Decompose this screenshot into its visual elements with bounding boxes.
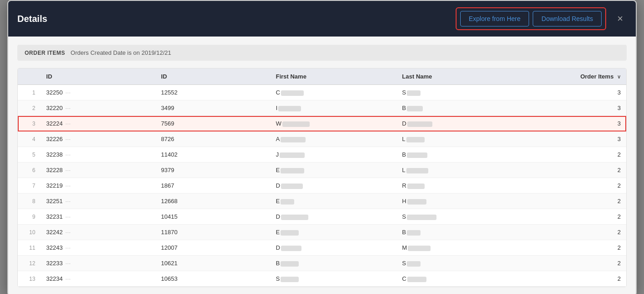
- cell-lastname: B: [397, 100, 523, 116]
- cell-firstname: D: [270, 240, 397, 256]
- sort-desc-icon: ∨: [617, 74, 621, 79]
- table-row[interactable]: 332224 ···7569WD3: [18, 116, 626, 131]
- cell-lastname: H: [397, 194, 523, 209]
- cell-orderitems: 2: [523, 240, 626, 256]
- close-button[interactable]: ×: [613, 11, 627, 26]
- cell-lastname: L: [397, 131, 523, 147]
- row-more-dots[interactable]: ···: [65, 121, 71, 126]
- cell-orderitems: 2: [523, 209, 626, 225]
- cell-firstname: J: [270, 147, 397, 163]
- cell-id2: 1867: [156, 178, 270, 194]
- cell-lastname: B: [397, 147, 523, 163]
- cell-lastname: M: [397, 240, 523, 256]
- table-row[interactable]: 832251 ···12668EH2: [18, 194, 626, 209]
- table-row[interactable]: 132250 ···12552CS3: [18, 85, 626, 100]
- cell-lastname: S: [397, 256, 523, 271]
- cell-id2: 11870: [156, 225, 270, 240]
- cell-lastname: C: [397, 271, 523, 287]
- row-more-dots[interactable]: ···: [65, 152, 71, 158]
- cell-id2: 12007: [156, 240, 270, 256]
- explore-from-here-button[interactable]: Explore from Here: [460, 11, 530, 26]
- table-row[interactable]: 1132243 ···12007DM2: [18, 240, 626, 256]
- modal-content: ORDER ITEMS Orders Created Date is on 20…: [8, 37, 636, 294]
- cell-orderitems: 2: [523, 163, 626, 178]
- cell-id2: 10653: [156, 271, 270, 287]
- row-more-dots[interactable]: ···: [65, 168, 71, 173]
- cell-rownum: 1: [18, 85, 41, 100]
- table-row[interactable]: 432226 ···8726AL3: [18, 131, 626, 147]
- data-table: ID ID First Name Last Name Order Items ∨…: [18, 68, 626, 287]
- data-table-wrapper: ID ID First Name Last Name Order Items ∨…: [17, 68, 627, 287]
- filter-label: ORDER ITEMS: [25, 50, 65, 56]
- table-row[interactable]: 1232233 ···10621BS2: [18, 256, 626, 271]
- cell-firstname: D: [270, 178, 397, 194]
- row-more-dots[interactable]: ···: [65, 90, 71, 95]
- cell-id1: 32224 ···: [41, 116, 156, 131]
- row-more-dots[interactable]: ···: [65, 276, 71, 282]
- cell-firstname: C: [270, 85, 397, 100]
- table-row[interactable]: 532238 ···11402JB2: [18, 147, 626, 163]
- col-header-rownum: [18, 68, 41, 85]
- table-row[interactable]: 232220 ···3499IB3: [18, 100, 626, 116]
- cell-firstname: B: [270, 256, 397, 271]
- cell-firstname: E: [270, 194, 397, 209]
- cell-orderitems: 2: [523, 178, 626, 194]
- table-header-row: ID ID First Name Last Name Order Items ∨: [18, 68, 626, 85]
- col-header-orderitems[interactable]: Order Items ∨: [523, 68, 626, 85]
- row-more-dots[interactable]: ···: [65, 261, 71, 266]
- cell-id2: 9379: [156, 163, 270, 178]
- cell-id1: 32238 ···: [41, 147, 156, 163]
- row-more-dots[interactable]: ···: [65, 105, 71, 111]
- row-more-dots[interactable]: ···: [65, 199, 71, 204]
- table-row[interactable]: 932231 ···10415DS2: [18, 209, 626, 225]
- cell-id1: 32243 ···: [41, 240, 156, 256]
- cell-id2: 11402: [156, 147, 270, 163]
- cell-id1: 32234 ···: [41, 271, 156, 287]
- cell-rownum: 8: [18, 194, 41, 209]
- cell-lastname: L: [397, 163, 523, 178]
- row-more-dots[interactable]: ···: [65, 136, 71, 142]
- cell-id1: 32220 ···: [41, 100, 156, 116]
- cell-orderitems: 3: [523, 100, 626, 116]
- row-more-dots[interactable]: ···: [65, 183, 71, 189]
- cell-orderitems: 2: [523, 271, 626, 287]
- cell-orderitems: 3: [523, 85, 626, 100]
- table-row[interactable]: 732219 ···1867DR2: [18, 178, 626, 194]
- cell-rownum: 2: [18, 100, 41, 116]
- col-header-id2: ID: [156, 68, 270, 85]
- cell-rownum: 5: [18, 147, 41, 163]
- cell-id1: 32219 ···: [41, 178, 156, 194]
- col-header-lastname: Last Name: [397, 68, 523, 85]
- cell-id1: 32242 ···: [41, 225, 156, 240]
- cell-id1: 32226 ···: [41, 131, 156, 147]
- cell-orderitems: 2: [523, 147, 626, 163]
- cell-lastname: R: [397, 178, 523, 194]
- cell-rownum: 10: [18, 225, 41, 240]
- download-results-button[interactable]: Download Results: [533, 11, 602, 26]
- cell-orderitems: 3: [523, 116, 626, 131]
- cell-id1: 32231 ···: [41, 209, 156, 225]
- cell-rownum: 7: [18, 178, 41, 194]
- cell-firstname: E: [270, 225, 397, 240]
- cell-id2: 7569: [156, 116, 270, 131]
- table-row[interactable]: 1332234 ···10653SC2: [18, 271, 626, 287]
- filter-value: Orders Created Date is on 2019/12/21: [71, 49, 171, 56]
- row-more-dots[interactable]: ···: [65, 214, 71, 220]
- cell-lastname: D: [397, 116, 523, 131]
- modal-header: Details Explore from Here Download Resul…: [8, 1, 636, 37]
- cell-id1: 32228 ···: [41, 163, 156, 178]
- cell-id2: 12668: [156, 194, 270, 209]
- modal-container: Details Explore from Here Download Resul…: [7, 0, 637, 294]
- cell-id2: 12552: [156, 85, 270, 100]
- cell-rownum: 9: [18, 209, 41, 225]
- table-row[interactable]: 632228 ···9379EL2: [18, 163, 626, 178]
- cell-id1: 32233 ···: [41, 256, 156, 271]
- row-more-dots[interactable]: ···: [65, 230, 71, 235]
- cell-rownum: 12: [18, 256, 41, 271]
- cell-firstname: A: [270, 131, 397, 147]
- row-more-dots[interactable]: ···: [65, 245, 71, 251]
- cell-orderitems: 2: [523, 256, 626, 271]
- table-row[interactable]: 1032242 ···11870EB2: [18, 225, 626, 240]
- cell-orderitems: 2: [523, 194, 626, 209]
- modal-title: Details: [17, 14, 47, 24]
